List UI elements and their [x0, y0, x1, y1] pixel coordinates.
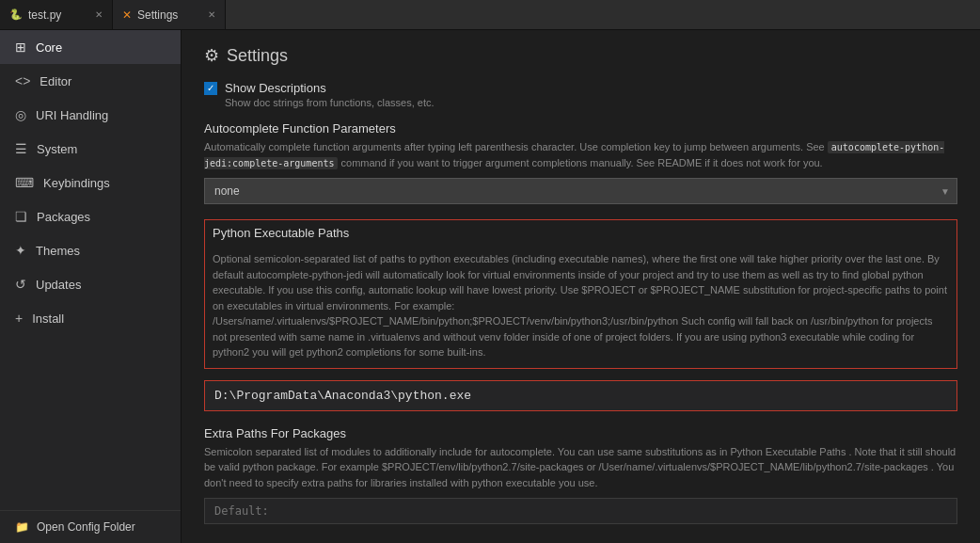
show-descriptions-row: Show Descriptions [204, 81, 957, 95]
tab-testpy-close[interactable]: ✕ [95, 9, 103, 20]
python-paths-desc6: and without [423, 331, 476, 343]
python-paths-desc4: Such config will fall back on [681, 315, 808, 327]
install-icon: + [15, 311, 23, 326]
settings-tab-icon: ✕ [122, 8, 132, 22]
editor-icon: <> [15, 73, 30, 88]
python-paths-desc2: or [639, 284, 648, 295]
keybindings-icon: ⌨ [15, 175, 34, 190]
sidebar-item-themes-label: Themes [36, 244, 80, 258]
tab-settings-label: Settings [137, 8, 178, 22]
autocomplete-dropdown-wrap: none all required ▼ [204, 178, 957, 204]
autocomplete-dropdown[interactable]: none all required [204, 178, 957, 204]
python-paths-fallback: /usr/bin/python [811, 315, 878, 327]
content-area[interactable]: ⚙ Settings Show Descriptions Show doc st… [182, 30, 980, 543]
extra-paths-desc3: or [587, 461, 596, 472]
system-icon: ☰ [15, 141, 27, 156]
autocomplete-title: Autocomplete Function Parameters [204, 121, 957, 136]
sidebar-item-install-label: Install [32, 311, 64, 326]
extra-paths-highlight3: /User/name/.virtualenvs/$PROJECT_NAME/li… [598, 461, 927, 472]
python-path-input-wrap [204, 380, 957, 411]
tab-settings-close[interactable]: ✕ [208, 9, 215, 20]
sidebar-item-updates-label: Updates [36, 278, 81, 292]
sidebar-item-system-label: System [37, 142, 77, 156]
extra-paths-desc1: Semicolon separated list of modules to a… [204, 446, 727, 457]
sidebar-item-system[interactable]: ☰ System [0, 132, 181, 166]
extra-paths-default-input[interactable] [204, 498, 957, 524]
show-descriptions-label: Show Descriptions [225, 81, 326, 95]
autocomplete-desc-before: Automatically complete function argument… [204, 141, 825, 152]
python-paths-env2: venv [479, 331, 500, 343]
open-config-icon: 📁 [15, 520, 29, 534]
extra-paths-highlight2: $PROJECT/env/lib/python2.7/site-packages [382, 461, 584, 472]
updates-icon: ↺ [15, 277, 26, 292]
gear-icon: ⚙ [204, 45, 219, 66]
sidebar-bottom: 📁 Open Config Folder [0, 510, 181, 543]
python-paths-title: Python Executable Paths [213, 226, 949, 240]
sidebar: ⊞ Core <> Editor ◎ URI Handling ☰ System… [0, 30, 182, 543]
python-paths-highlight1: $PROJECT [581, 284, 635, 295]
python-paths-highlight2: $PROJECT_NAME [651, 284, 740, 295]
show-descriptions-checkbox[interactable] [204, 82, 217, 95]
autocomplete-desc: Automatically complete function argument… [204, 139, 957, 170]
tab-testpy[interactable]: 🐍 test.py ✕ [0, 0, 113, 29]
python-icon: 🐍 [9, 8, 23, 21]
python-paths-env1: .virtualenvs [368, 331, 420, 343]
sidebar-item-keybindings-label: Keybindings [43, 176, 110, 190]
sidebar-item-packages[interactable]: ❏ Packages [0, 200, 181, 233]
content-inner: ⚙ Settings Show Descriptions Show doc st… [182, 30, 980, 543]
sidebar-item-updates[interactable]: ↺ Updates [0, 267, 181, 301]
page-title-label: Settings [227, 46, 288, 66]
tab-testpy-label: test.py [28, 8, 61, 22]
open-config-folder-button[interactable]: 📁 Open Config Folder [0, 511, 181, 543]
python-paths-desc: Optional semicolon-separated list of pat… [205, 246, 956, 368]
sidebar-item-editor-label: Editor [40, 74, 71, 88]
sidebar-item-themes[interactable]: ✦ Themes [0, 233, 181, 267]
title-bar: 🐍 test.py ✕ ✕ Settings ✕ [0, 0, 980, 30]
sidebar-item-install[interactable]: + Install [0, 301, 181, 335]
python-paths-example: /Users/name/.virtualenvs/$PROJECT_NAME/b… [213, 315, 678, 327]
uri-icon: ◎ [15, 107, 26, 122]
extra-paths-desc: Semicolon separated list of modules to a… [204, 444, 957, 491]
core-icon: ⊞ [15, 40, 26, 55]
packages-icon: ❏ [15, 209, 27, 224]
sidebar-item-uri-label: URI Handling [36, 108, 108, 122]
themes-icon: ✦ [15, 243, 26, 258]
tab-settings[interactable]: ✕ Settings ✕ [113, 0, 226, 29]
main-layout: ⊞ Core <> Editor ◎ URI Handling ☰ System… [0, 30, 980, 543]
sidebar-item-editor[interactable]: <> Editor [0, 64, 181, 98]
sidebar-item-core[interactable]: ⊞ Core [0, 30, 181, 64]
autocomplete-desc-after: command if you want to trigger argument … [341, 157, 823, 168]
python-path-input[interactable] [205, 381, 956, 410]
sidebar-item-core-label: Core [36, 40, 62, 55]
python-paths-section: Python Executable Paths Optional semicol… [204, 219, 957, 369]
python-paths-header: Python Executable Paths [205, 220, 956, 246]
open-config-label: Open Config Folder [37, 520, 135, 534]
show-descriptions-sub: Show doc strings from functions, classes… [225, 97, 957, 108]
extra-paths-title: Extra Paths For Packages [204, 426, 957, 440]
sidebar-item-uri-handling[interactable]: ◎ URI Handling [0, 98, 181, 132]
sidebar-item-keybindings[interactable]: ⌨ Keybindings [0, 166, 181, 200]
page-title: ⚙ Settings [204, 45, 957, 66]
sidebar-item-packages-label: Packages [37, 210, 90, 224]
extra-paths-highlight1: Python Executable Paths [731, 446, 846, 457]
